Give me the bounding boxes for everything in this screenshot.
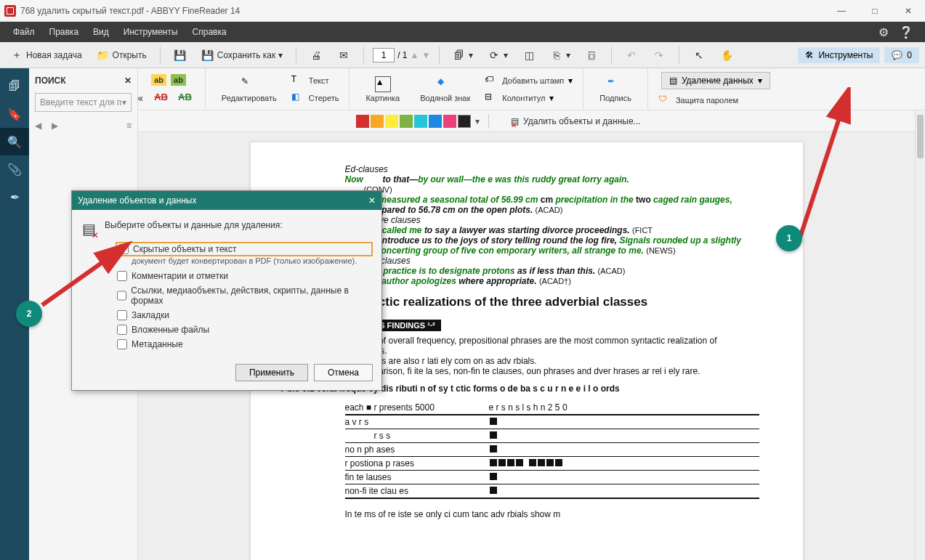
page-down-button[interactable]: ▼ [421, 50, 430, 60]
highlight-yellow-icon[interactable]: ab [151, 74, 166, 86]
protect-button[interactable]: 🛡Защита паролем [658, 94, 770, 107]
more-colors-icon[interactable]: ▾ [475, 116, 480, 126]
menu-file[interactable]: Файл [6, 22, 42, 42]
menubar: Файл Правка Вид Инструменты Справка ⚙ ❔ [0, 22, 925, 42]
tools-panel-button[interactable]: 🛠Инструменты [798, 47, 880, 63]
opt-metadata[interactable]: Метаданные [117, 339, 371, 349]
search-next-icon[interactable]: ▶ [52, 121, 58, 131]
annotation-badge-1: 1 [776, 225, 802, 251]
rail-search-icon[interactable]: 🔍 [0, 128, 29, 155]
add-stamp-tool[interactable]: 🏷Добавить штамп ▾ [485, 74, 573, 87]
color-swatch[interactable] [458, 115, 471, 128]
strike-red-icon[interactable]: AB [151, 90, 171, 104]
rail-signatures-icon[interactable]: ✒ [0, 183, 29, 211]
pages-button[interactable]: 🗐▾ [448, 46, 477, 64]
search-input[interactable]: Введите текст для п▾ [35, 93, 132, 112]
color-swatch[interactable] [429, 115, 442, 128]
delete-objects-button[interactable]: ▤✕Удалить объекты и данные... [511, 116, 641, 126]
extract-button[interactable]: ⎘▾ [546, 46, 575, 64]
opt-comments[interactable]: Комментарии и отметки [117, 271, 371, 281]
redo-button[interactable]: ↷ [648, 46, 670, 64]
highlight-green-icon[interactable]: ab [171, 74, 186, 86]
help-icon[interactable]: ❔ [899, 25, 913, 39]
dialog-icon: ▤✕ [82, 220, 96, 238]
page-total: / 1 [397, 50, 407, 60]
app-icon [4, 5, 16, 17]
close-button[interactable]: ✕ [892, 0, 925, 22]
close-panel-icon[interactable]: ✕ [124, 76, 132, 86]
color-swatch[interactable] [385, 115, 398, 128]
color-swatch[interactable] [443, 115, 456, 128]
comments-panel-button[interactable]: 💬0 [884, 47, 919, 63]
signature-tool[interactable]: ✒Подпись [594, 76, 637, 102]
annotation-badge-2: 2 [16, 301, 42, 327]
text-tool[interactable]: TТекст [291, 74, 339, 87]
color-swatch[interactable] [414, 115, 427, 128]
search-panel-title: ПОИСК [35, 76, 66, 86]
opt-links[interactable]: Ссылки, медиаобъекты, действия, скрипты,… [117, 285, 371, 306]
delete-data-dialog: Удаление объектов и данных✕ ▤✕ Выберите … [71, 190, 382, 391]
hand-button[interactable]: ✋ [716, 46, 738, 64]
menu-help[interactable]: Справка [185, 22, 234, 42]
apply-button[interactable]: Применить [235, 364, 308, 381]
rail-attachments-icon[interactable]: 📎 [0, 155, 29, 183]
dialog-prompt: Выберите объекты и данные для удаления: [105, 220, 283, 230]
vertical-scrollbar[interactable] [915, 110, 925, 560]
menu-tools[interactable]: Инструменты [116, 22, 185, 42]
edit-tool[interactable]: ✎Редактировать [216, 76, 283, 102]
page-current-input[interactable] [373, 48, 395, 62]
window-title: 768 удалить скрытый текст.pdf - ABBYY Fi… [20, 6, 240, 16]
ribbon: Заметка ◯Нарисовать Текстовый блок abab … [0, 68, 925, 110]
dialog-title: Удаление объектов и данных [78, 195, 196, 206]
watermark-tool[interactable]: ◆Водяной знак [414, 76, 476, 102]
crop-button[interactable]: ◫ [518, 46, 540, 64]
opt-attachments[interactable]: Вложенные файлы [117, 325, 371, 335]
mail-button[interactable]: ✉ [333, 46, 355, 64]
delete-data-button[interactable]: ▤Удаление данных ▾ [661, 72, 770, 89]
titlebar: 768 удалить скрытый текст.pdf - ABBYY Fi… [0, 0, 925, 22]
opt-hidden-objects[interactable]: Скрытые объекты и текст [117, 243, 371, 255]
settings-icon[interactable]: ⚙ [878, 25, 889, 39]
menu-edit[interactable]: Правка [42, 22, 86, 42]
page-navigator: / 1 ▲ ▼ [373, 48, 430, 62]
page-up-button[interactable]: ▲ [411, 50, 419, 60]
rail-pages-icon[interactable]: 🗐 [0, 73, 29, 100]
search-prev-icon[interactable]: ◀ [35, 121, 41, 131]
color-swatch[interactable] [400, 115, 413, 128]
undo-button[interactable]: ↶ [621, 46, 642, 64]
main-toolbar: ＋Новая задача 📁Открыть 💾 💾Сохранить как … [0, 42, 925, 68]
dialog-close-icon[interactable]: ✕ [368, 195, 376, 206]
dialog-note: документ будет конвертирован в PDF (толь… [132, 256, 371, 265]
image-tool[interactable]: ▲Картинка [360, 76, 405, 102]
cancel-button[interactable]: Отмена [314, 364, 373, 381]
save-as-button[interactable]: 💾Сохранить как ▾ [197, 46, 287, 64]
colorbar: ▾ ▤✕Удалить объекты и данные... [0, 110, 925, 132]
headerfooter-tool[interactable]: ⊟Колонтитул ▾ [485, 92, 573, 105]
minimize-button[interactable]: — [825, 0, 858, 22]
opt-bookmarks[interactable]: Закладки [117, 310, 371, 320]
menu-view[interactable]: Вид [86, 22, 116, 42]
new-task-button[interactable]: ＋Новая задача [6, 46, 86, 64]
maximize-button[interactable]: □ [858, 0, 892, 22]
search-settings-icon[interactable]: ≡ [126, 121, 132, 131]
color-swatch[interactable] [356, 115, 369, 128]
open-button[interactable]: 📁Открыть [92, 46, 151, 64]
print-button[interactable]: 🖨 [305, 46, 327, 64]
erase-tool[interactable]: ◧Стереть [291, 92, 339, 105]
rotate-button[interactable]: ⟳▾ [483, 46, 512, 64]
ocr-button[interactable]: ⌼ [581, 46, 602, 64]
save-button[interactable]: 💾 [169, 46, 191, 64]
pointer-button[interactable]: ↖ [688, 46, 710, 64]
color-swatch[interactable] [371, 115, 384, 128]
rail-bookmarks-icon[interactable]: 🔖 [0, 100, 29, 128]
strike-green-icon[interactable]: AB [175, 90, 195, 104]
